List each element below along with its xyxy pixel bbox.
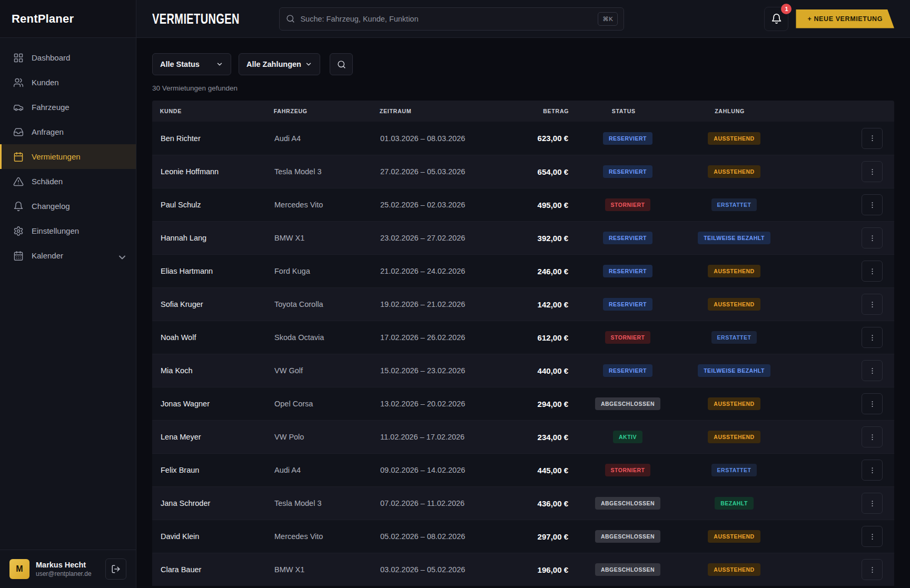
topbar-right: 1 + NEUE VERMIETUNG	[764, 7, 894, 31]
cell-kunde: Jonas Wagner	[152, 400, 266, 408]
cell-status: RESERVIERT	[577, 364, 679, 377]
payment-badge: AUSSTEHEND	[708, 563, 760, 576]
bell-icon	[13, 201, 24, 212]
table-row[interactable]: Elias HartmannFord Kuga21.02.2026 – 24.0…	[152, 254, 894, 287]
row-menu-button[interactable]	[862, 493, 883, 514]
table-search-button[interactable]	[330, 53, 353, 75]
row-menu-button[interactable]	[862, 161, 883, 182]
table-row[interactable]: Jana SchroderTesla Model 307.02.2026 – 1…	[152, 486, 894, 520]
new-rental-button[interactable]: + NEUE VERMIETUNG	[796, 9, 894, 28]
sidebar-item-schden[interactable]: Schäden	[0, 169, 136, 194]
cell-betrag: 234,00 €	[505, 433, 577, 442]
cell-zeitraum: 23.02.2026 – 27.02.2026	[372, 234, 505, 242]
row-menu-button[interactable]	[862, 393, 883, 414]
cell-actions	[789, 194, 894, 215]
column-header-kunde: KUNDE	[152, 108, 257, 114]
notifications-button[interactable]: 1	[764, 7, 788, 31]
table-row[interactable]: Leonie HoffmannTesla Model 327.02.2026 –…	[152, 155, 894, 188]
payment-filter-select[interactable]: Alle Zahlungen	[239, 53, 320, 75]
status-filter-select[interactable]: Alle Status	[152, 53, 231, 75]
cell-kunde: Ben Richter	[152, 134, 266, 143]
table-row[interactable]: Jonas WagnerOpel Corsa13.02.2026 – 20.02…	[152, 387, 894, 420]
status-badge: ABGESCHLOSSEN	[595, 497, 660, 510]
sidebar-item-einstellungen[interactable]: Einstellungen	[0, 218, 136, 243]
kebab-menu-icon	[868, 433, 876, 441]
cell-actions	[789, 294, 894, 315]
sidebar-item-vermietungen[interactable]: Vermietungen	[0, 144, 136, 169]
cell-kunde: Hannah Lang	[152, 234, 266, 242]
status-badge: RESERVIERT	[603, 165, 652, 178]
cell-betrag: 612,00 €	[505, 333, 577, 342]
cell-fahrzeug: BMW X1	[266, 234, 372, 242]
cell-actions	[789, 526, 894, 547]
row-menu-button[interactable]	[862, 261, 883, 282]
sidebar-item-anfragen[interactable]: Anfragen	[0, 119, 136, 144]
cell-zahlung: AUSSTEHEND	[679, 132, 789, 145]
row-menu-button[interactable]	[862, 294, 883, 315]
sidebar-item-dashboard[interactable]: Dashboard	[0, 45, 136, 70]
table-row[interactable]: Lena MeyerVW Polo11.02.2026 – 17.02.2026…	[152, 420, 894, 453]
cell-status: RESERVIERT	[577, 298, 679, 311]
cell-zeitraum: 15.02.2026 – 23.02.2026	[372, 366, 505, 375]
cell-kunde: Lena Meyer	[152, 433, 266, 441]
row-menu-button[interactable]	[862, 360, 883, 381]
cell-fahrzeug: Toyota Corolla	[266, 300, 372, 308]
cell-zahlung: BEZAHLT	[679, 497, 789, 510]
logout-button[interactable]	[105, 559, 126, 580]
chevron-down-icon	[216, 61, 223, 68]
cell-kunde: Sofia Kruger	[152, 300, 266, 308]
table-row[interactable]: Felix BraunAudi A409.02.2026 – 14.02.202…	[152, 453, 894, 486]
sidebar-item-fahrzeuge[interactable]: Fahrzeuge	[0, 95, 136, 119]
sidebar-item-label: Schäden	[32, 177, 63, 186]
cell-zeitraum: 19.02.2026 – 21.02.2026	[372, 300, 505, 308]
kebab-menu-icon	[868, 533, 876, 541]
table-row[interactable]: Noah WolfSkoda Octavia17.02.2026 – 26.02…	[152, 321, 894, 354]
sidebar-item-kunden[interactable]: Kunden	[0, 70, 136, 95]
table-row[interactable]: Clara BauerBMW X103.02.2026 – 05.02.2026…	[152, 553, 894, 586]
column-header-zeitraum: ZEITRAUM	[372, 108, 494, 114]
cell-fahrzeug: Skoda Octavia	[266, 333, 372, 342]
status-badge: STORNIERT	[605, 198, 651, 211]
search-input[interactable]	[300, 15, 593, 23]
alert-triangle-icon	[13, 176, 24, 187]
car-icon	[13, 102, 24, 113]
cell-zahlung: AUSSTEHEND	[679, 397, 789, 410]
table-row[interactable]: David KleinMercedes Vito05.02.2026 – 08.…	[152, 520, 894, 553]
global-search[interactable]: ⌘K	[279, 7, 624, 31]
kebab-menu-icon	[868, 566, 876, 574]
cell-zahlung: ERSTATTET	[679, 464, 789, 476]
table-row[interactable]: Ben RichterAudi A401.03.2026 – 08.03.202…	[152, 122, 894, 155]
table-row[interactable]: Mia KochVW Golf15.02.2026 – 23.02.202644…	[152, 354, 894, 387]
payment-badge: AUSSTEHEND	[708, 132, 760, 145]
cell-betrag: 392,00 €	[505, 234, 577, 243]
cell-betrag: 495,00 €	[505, 201, 577, 210]
cell-actions	[789, 128, 894, 149]
kebab-menu-icon	[868, 301, 876, 308]
users-icon	[13, 77, 24, 88]
row-menu-button[interactable]	[862, 559, 883, 580]
table-row[interactable]: Paul SchulzMercedes Vito25.02.2026 – 02.…	[152, 188, 894, 221]
row-menu-button[interactable]	[862, 526, 883, 547]
sidebar-item-kalender[interactable]: Kalender	[0, 243, 136, 268]
cell-betrag: 196,00 €	[505, 565, 577, 574]
row-menu-button[interactable]	[862, 128, 883, 149]
cell-status: RESERVIERT	[577, 232, 679, 244]
table-row[interactable]: Hannah LangBMW X123.02.2026 – 27.02.2026…	[152, 221, 894, 254]
row-menu-button[interactable]	[862, 426, 883, 447]
row-menu-button[interactable]	[862, 227, 883, 248]
cell-actions	[789, 261, 894, 282]
user-info: Markus Hecht user@rentplaner.de	[36, 561, 99, 577]
table-row[interactable]: Sofia KrugerToyota Corolla19.02.2026 – 2…	[152, 287, 894, 321]
cell-kunde: David Klein	[152, 532, 266, 541]
column-header-fahrzeug: FAHRZEUG	[266, 108, 363, 114]
chevron-down-icon	[117, 252, 124, 260]
cell-zahlung: TEILWEISE BEZAHLT	[679, 232, 789, 244]
sidebar-item-label: Kalender	[32, 251, 63, 260]
cell-actions	[789, 460, 894, 481]
cell-zeitraum: 17.02.2026 – 26.02.2026	[372, 333, 505, 342]
row-menu-button[interactable]	[862, 327, 883, 348]
cell-zeitraum: 03.02.2026 – 05.02.2026	[372, 565, 505, 574]
sidebar-item-changelog[interactable]: Changelog	[0, 194, 136, 218]
row-menu-button[interactable]	[862, 194, 883, 215]
row-menu-button[interactable]	[862, 460, 883, 481]
